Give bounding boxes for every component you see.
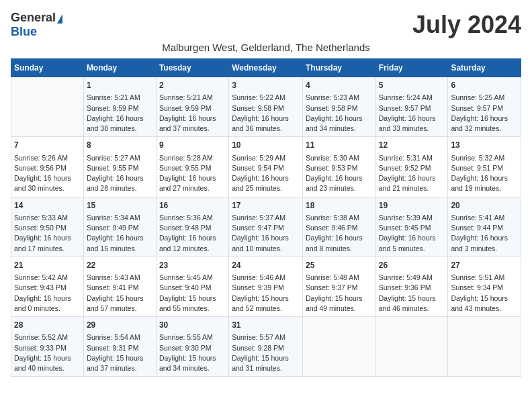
sunset-text: Sunset: 9:37 PM [306,283,358,291]
calendar-cell: 13Sunrise: 5:32 AMSunset: 9:51 PMDayligh… [448,137,521,197]
calendar-cell: 27Sunrise: 5:51 AMSunset: 9:34 PMDayligh… [448,257,521,316]
sunrise-text: Sunrise: 5:30 AM [306,154,359,162]
calendar-cell: 23Sunrise: 5:45 AMSunset: 9:40 PMDayligh… [156,257,228,316]
calendar-cell: 15Sunrise: 5:34 AMSunset: 9:49 PMDayligh… [83,197,156,257]
daylight-text: Daylight: 16 hours and 30 minutes. [14,174,71,192]
daylight-text: Daylight: 16 hours and 23 minutes. [306,174,363,192]
sunrise-text: Sunrise: 5:25 AM [451,93,504,101]
sunrise-text: Sunrise: 5:51 AM [451,273,504,281]
sunset-text: Sunset: 9:47 PM [232,224,284,232]
day-number: 17 [232,200,300,212]
sunset-text: Sunset: 9:55 PM [159,164,212,172]
header-saturday: Saturday [448,59,521,77]
daylight-text: Daylight: 16 hours and 38 minutes. [87,114,144,132]
daylight-text: Daylight: 16 hours and 21 minutes. [379,174,436,192]
calendar-cell: 18Sunrise: 5:38 AMSunset: 9:46 PMDayligh… [302,197,375,257]
sunrise-text: Sunrise: 5:31 AM [379,154,433,162]
calendar-cell: 3Sunrise: 5:22 AMSunset: 9:58 PMDaylight… [229,77,303,137]
calendar-cell: 25Sunrise: 5:48 AMSunset: 9:37 PMDayligh… [302,257,375,316]
sunset-text: Sunset: 9:36 PM [379,283,431,291]
sunrise-text: Sunrise: 5:22 AM [232,93,285,101]
sunset-text: Sunset: 9:34 PM [451,283,503,291]
day-number: 27 [451,260,518,271]
daylight-text: Daylight: 16 hours and 12 minutes. [159,234,216,252]
calendar-cell: 1Sunrise: 5:21 AMSunset: 9:59 PMDaylight… [83,77,156,137]
day-number: 21 [14,260,81,271]
calendar-cell [448,317,521,377]
calendar-table: Sunday Monday Tuesday Wednesday Thursday… [11,58,521,377]
day-number: 4 [306,80,373,91]
daylight-text: Daylight: 16 hours and 0 minutes. [14,294,71,312]
day-number: 23 [159,260,226,271]
day-number: 24 [232,260,300,271]
calendar-cell: 7Sunrise: 5:26 AMSunset: 9:56 PMDaylight… [11,137,84,197]
logo-icon [57,14,62,24]
day-number: 6 [451,80,518,91]
day-number: 5 [379,80,445,91]
sunset-text: Sunset: 9:56 PM [14,164,66,172]
sunrise-text: Sunrise: 5:21 AM [87,93,140,101]
day-number: 12 [379,140,445,151]
calendar-cell: 4Sunrise: 5:23 AMSunset: 9:58 PMDaylight… [302,77,375,137]
sunrise-text: Sunrise: 5:39 AM [379,214,433,222]
day-number: 13 [451,140,518,151]
page-header: General Blue July 2024 [11,11,521,39]
sunset-text: Sunset: 9:59 PM [159,104,212,112]
calendar-cell: 6Sunrise: 5:25 AMSunset: 9:57 PMDaylight… [448,77,521,137]
daylight-text: Daylight: 15 hours and 43 minutes. [451,294,508,312]
calendar-cell: 2Sunrise: 5:21 AMSunset: 9:59 PMDaylight… [156,77,228,137]
header-sunday: Sunday [11,59,84,77]
calendar-cell: 8Sunrise: 5:27 AMSunset: 9:55 PMDaylight… [83,137,156,197]
calendar-cell: 30Sunrise: 5:55 AMSunset: 9:30 PMDayligh… [156,317,228,377]
sunset-text: Sunset: 9:28 PM [232,344,284,352]
calendar-cell: 5Sunrise: 5:24 AMSunset: 9:57 PMDaylight… [375,77,448,137]
day-number: 8 [87,140,153,151]
sunset-text: Sunset: 9:59 PM [87,104,139,112]
sunset-text: Sunset: 9:33 PM [14,344,66,352]
daylight-text: Daylight: 15 hours and 31 minutes. [232,354,289,372]
calendar-cell: 29Sunrise: 5:54 AMSunset: 9:31 PMDayligh… [83,317,156,377]
sunset-text: Sunset: 9:49 PM [87,224,139,232]
daylight-text: Daylight: 16 hours and 34 minutes. [306,114,363,132]
calendar-header: Sunday Monday Tuesday Wednesday Thursday… [11,59,521,77]
daylight-text: Daylight: 15 hours and 34 minutes. [159,354,216,372]
sunrise-text: Sunrise: 5:55 AM [159,333,213,341]
sunrise-text: Sunrise: 5:32 AM [451,154,504,162]
sunset-text: Sunset: 9:55 PM [87,164,139,172]
calendar-cell [302,317,375,377]
daylight-text: Daylight: 16 hours and 15 minutes. [87,234,144,252]
daylight-text: Daylight: 15 hours and 52 minutes. [232,294,289,312]
sunset-text: Sunset: 9:57 PM [379,104,431,112]
day-number: 29 [87,320,153,331]
calendar-week-row: 14Sunrise: 5:33 AMSunset: 9:50 PMDayligh… [11,197,521,257]
sunrise-text: Sunrise: 5:45 AM [159,273,213,281]
sunrise-text: Sunrise: 5:23 AM [306,93,359,101]
calendar-cell [11,77,84,137]
calendar-cell: 11Sunrise: 5:30 AMSunset: 9:53 PMDayligh… [302,137,375,197]
subtitle: Malburgen West, Gelderland, The Netherla… [11,42,521,53]
daylight-text: Daylight: 15 hours and 55 minutes. [159,294,216,312]
day-number: 9 [159,140,226,151]
day-number: 20 [451,200,518,212]
sunset-text: Sunset: 9:43 PM [14,283,66,291]
day-number: 30 [159,320,226,331]
day-number: 2 [159,80,226,91]
daylight-text: Daylight: 16 hours and 33 minutes. [379,114,436,132]
sunrise-text: Sunrise: 5:26 AM [14,154,68,162]
sunrise-text: Sunrise: 5:46 AM [232,273,285,281]
sunrise-text: Sunrise: 5:27 AM [87,154,140,162]
sunrise-text: Sunrise: 5:28 AM [159,154,213,162]
calendar-cell: 31Sunrise: 5:57 AMSunset: 9:28 PMDayligh… [229,317,303,377]
sunset-text: Sunset: 9:44 PM [451,224,503,232]
calendar-cell: 10Sunrise: 5:29 AMSunset: 9:54 PMDayligh… [229,137,303,197]
logo-general: General [11,11,56,24]
day-number: 22 [87,260,153,271]
calendar-cell: 17Sunrise: 5:37 AMSunset: 9:47 PMDayligh… [229,197,303,257]
daylight-text: Daylight: 15 hours and 40 minutes. [14,354,71,372]
day-number: 7 [14,140,81,151]
month-title: July 2024 [412,11,521,39]
day-number: 28 [14,320,81,331]
calendar-cell: 16Sunrise: 5:36 AMSunset: 9:48 PMDayligh… [156,197,228,257]
calendar-cell: 21Sunrise: 5:42 AMSunset: 9:43 PMDayligh… [11,257,84,316]
day-number: 18 [306,200,373,212]
